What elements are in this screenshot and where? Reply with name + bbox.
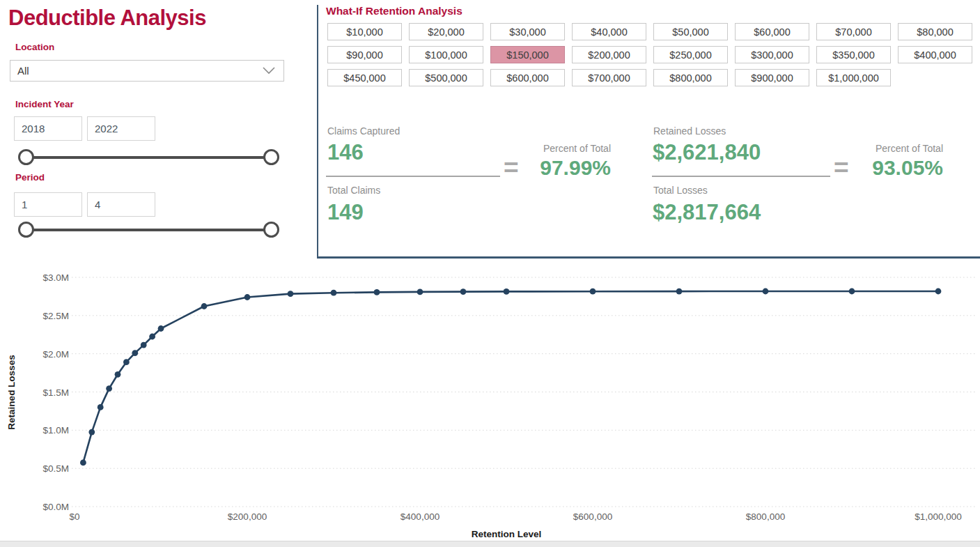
data-point[interactable] xyxy=(244,294,251,300)
retention-button[interactable]: $90,000 xyxy=(327,46,402,63)
retention-button[interactable]: $400,000 xyxy=(898,46,972,63)
x-tick-label: $400,000 xyxy=(400,511,440,522)
fraction-divider xyxy=(326,176,500,177)
page-title: Deductible Analysis xyxy=(8,6,206,31)
slider-handle-max[interactable] xyxy=(263,222,279,238)
retention-button[interactable]: $150,000 xyxy=(490,46,565,63)
y-tick-label: $1.0M xyxy=(42,425,69,436)
data-point[interactable] xyxy=(504,288,510,295)
data-point[interactable] xyxy=(149,334,155,340)
retention-button[interactable]: $450,000 xyxy=(327,69,402,86)
losses-percent-block: Percent of Total 93.05% xyxy=(809,143,943,180)
y-tick-label: $3.0M xyxy=(42,272,69,283)
period-min-input[interactable] xyxy=(14,192,82,217)
slider-handle-max[interactable] xyxy=(263,149,279,165)
data-point[interactable] xyxy=(935,288,942,295)
total-losses-label: Total Losses xyxy=(653,185,708,196)
retention-line xyxy=(83,291,938,463)
canvas-bottom-edge xyxy=(0,541,980,547)
data-point[interactable] xyxy=(88,429,95,436)
retention-button[interactable]: $500,000 xyxy=(409,69,483,86)
data-point[interactable] xyxy=(590,288,596,295)
retention-curve-chart: $0.0M$0.5M$1.0M$1.5M$2.0M$2.5M$3.0M$0$20… xyxy=(0,268,980,541)
x-tick-label: $1,000,000 xyxy=(915,511,962,522)
y-tick-label: $0.5M xyxy=(42,463,69,474)
slider-handle-min[interactable] xyxy=(18,222,34,238)
data-point[interactable] xyxy=(288,291,294,297)
data-point[interactable] xyxy=(374,289,380,295)
location-dropdown[interactable]: All xyxy=(10,60,284,82)
incident-year-max-input[interactable] xyxy=(87,116,155,141)
claims-percent-value: 97.99% xyxy=(481,156,611,180)
data-point[interactable] xyxy=(763,288,769,295)
claims-percent-block: Percent of Total 97.99% xyxy=(481,143,611,180)
retention-chart-svg: $0.0M$0.5M$1.0M$1.5M$2.0M$2.5M$3.0M$0$20… xyxy=(0,268,980,541)
claims-captured-label: Claims Captured xyxy=(327,125,400,137)
data-point[interactable] xyxy=(132,350,138,356)
y-axis-title: Retained Losses xyxy=(6,355,17,429)
retention-button[interactable]: $40,000 xyxy=(572,23,646,40)
retention-button[interactable]: $200,000 xyxy=(572,46,646,63)
retention-button[interactable]: $1,000,000 xyxy=(816,69,891,86)
retention-buttons: $10,000$20,000$30,000$40,000$50,000$60,0… xyxy=(327,23,975,86)
incident-year-slider[interactable] xyxy=(18,149,279,166)
retention-button[interactable]: $100,000 xyxy=(409,46,483,63)
retention-button[interactable]: $20,000 xyxy=(409,23,483,40)
retention-button[interactable]: $250,000 xyxy=(653,46,728,63)
percent-of-total-label: Percent of Total xyxy=(481,143,611,154)
data-point[interactable] xyxy=(106,385,112,392)
slider-track[interactable] xyxy=(26,156,272,159)
data-point[interactable] xyxy=(849,288,855,295)
period-max-input[interactable] xyxy=(87,192,155,217)
location-dropdown-value: All xyxy=(17,65,29,77)
retention-button[interactable]: $700,000 xyxy=(572,69,646,86)
x-tick-label: $200,000 xyxy=(228,511,267,522)
retention-button[interactable]: $350,000 xyxy=(816,46,891,63)
data-point[interactable] xyxy=(460,288,467,295)
y-tick-label: $1.5M xyxy=(42,387,69,398)
total-claims-label: Total Claims xyxy=(327,185,380,196)
losses-percent-value: 93.05% xyxy=(809,156,943,180)
claims-captured-value: 146 xyxy=(327,140,364,165)
data-point[interactable] xyxy=(98,404,104,410)
data-point[interactable] xyxy=(115,371,121,378)
x-tick-label: $800,000 xyxy=(746,511,785,522)
data-point[interactable] xyxy=(676,288,683,295)
retention-button[interactable]: $600,000 xyxy=(490,69,565,86)
retention-button[interactable]: $300,000 xyxy=(735,46,809,63)
slider-handle-min[interactable] xyxy=(18,149,34,165)
whatif-panel: What-If Retention Analysis $10,000$20,00… xyxy=(317,5,980,259)
period-label: Period xyxy=(15,172,45,183)
x-tick-label: $600,000 xyxy=(573,511,612,522)
retention-button[interactable]: $60,000 xyxy=(735,23,809,40)
retention-button[interactable]: $800,000 xyxy=(653,69,728,86)
retention-button[interactable]: $10,000 xyxy=(327,23,402,40)
percent-of-total-label: Percent of Total xyxy=(809,143,943,154)
data-point[interactable] xyxy=(417,289,423,295)
retention-button[interactable]: $50,000 xyxy=(653,23,728,40)
data-point[interactable] xyxy=(158,325,164,332)
retained-losses-label: Retained Losses xyxy=(653,125,726,137)
chevron-down-icon xyxy=(263,67,275,75)
x-tick-label: $0 xyxy=(69,511,79,522)
period-slider[interactable] xyxy=(18,222,279,238)
retained-losses-value: $2,621,840 xyxy=(653,140,761,165)
whatif-title: What-If Retention Analysis xyxy=(326,5,462,17)
retention-button[interactable]: $80,000 xyxy=(898,23,972,40)
retention-button[interactable]: $900,000 xyxy=(735,69,809,86)
data-point[interactable] xyxy=(331,290,337,296)
data-point[interactable] xyxy=(123,359,130,365)
data-point[interactable] xyxy=(80,460,86,466)
location-label: Location xyxy=(15,42,54,52)
total-losses-value: $2,817,664 xyxy=(653,200,761,225)
data-point[interactable] xyxy=(201,303,208,309)
y-tick-label: $0.0M xyxy=(42,502,69,512)
retention-button[interactable]: $30,000 xyxy=(490,23,565,40)
incident-year-min-input[interactable] xyxy=(14,116,82,141)
incident-year-label: Incident Year xyxy=(15,99,74,109)
slider-track[interactable] xyxy=(26,229,272,231)
retention-button[interactable]: $70,000 xyxy=(816,23,891,40)
y-tick-label: $2.5M xyxy=(42,311,69,321)
total-claims-value: 149 xyxy=(327,200,364,225)
data-point[interactable] xyxy=(141,342,147,348)
